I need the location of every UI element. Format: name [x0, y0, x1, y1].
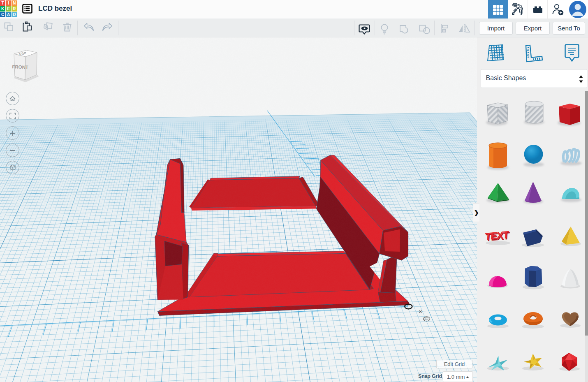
svg-text:TEXT: TEXT: [484, 229, 509, 242]
